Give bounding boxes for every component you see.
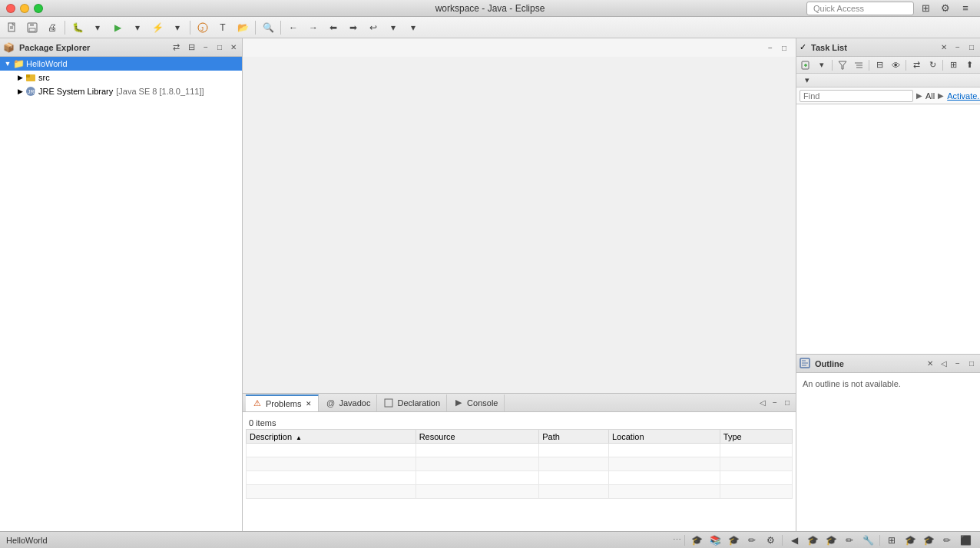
- editor-maximize[interactable]: □: [779, 42, 790, 53]
- nav-dropdown[interactable]: ▾: [384, 19, 402, 36]
- outline-minimize[interactable]: −: [952, 358, 963, 369]
- status-icon-10[interactable]: 🔧: [859, 533, 876, 548]
- status-icon-2[interactable]: 📚: [707, 533, 723, 548]
- task-list-panel: ✓ Task List ✕ − □ ▾ ⊟: [796, 38, 980, 355]
- status-icon-11[interactable]: ⊞: [883, 533, 900, 548]
- next-edit-button[interactable]: →: [304, 19, 323, 36]
- task-table-btn[interactable]: ⊞: [945, 58, 961, 72]
- status-icon-8[interactable]: 🎓: [823, 533, 839, 548]
- outline-back-btn[interactable]: ◁: [939, 358, 949, 369]
- status-icon-7[interactable]: 🎓: [804, 533, 821, 548]
- outline-close-icon[interactable]: ✕: [925, 358, 935, 369]
- perspective-config-button[interactable]: ⚙: [937, 0, 954, 17]
- package-explorer-collapse-icon[interactable]: ⊟: [185, 41, 197, 54]
- task-expand-btn[interactable]: ▾: [800, 74, 815, 87]
- task-list-content: [796, 104, 980, 354]
- external-tools-dropdown[interactable]: ▾: [168, 19, 187, 36]
- minimize-button[interactable]: [20, 4, 29, 13]
- status-icon-14[interactable]: ✏: [939, 533, 955, 548]
- status-icon-9[interactable]: ✏: [841, 533, 858, 548]
- problems-maximize[interactable]: □: [782, 398, 793, 408]
- tab-console[interactable]: ▶ Console: [447, 394, 505, 411]
- save-all-button[interactable]: [23, 19, 41, 36]
- prev-edit2-button[interactable]: ⬅: [324, 19, 343, 36]
- external-tools-button[interactable]: ⚡: [148, 19, 167, 36]
- tree-item-jre[interactable]: ▶ JRE JRE System Library [Java SE 8 [1.8…: [0, 84, 242, 98]
- debug-dropdown[interactable]: ▾: [88, 19, 107, 36]
- task-hide-btn[interactable]: 👁: [888, 58, 903, 72]
- run-dropdown[interactable]: ▾: [128, 19, 147, 36]
- task-activate-link[interactable]: Activate....: [947, 91, 980, 101]
- package-explorer-link-icon[interactable]: ⇄: [170, 41, 182, 54]
- search-button[interactable]: 🔍: [259, 19, 277, 36]
- col-resource[interactable]: Resource: [416, 430, 539, 444]
- col-location[interactable]: Location: [608, 430, 720, 444]
- task-filter-arrow2: ▶: [938, 91, 944, 100]
- close-button[interactable]: [6, 4, 15, 13]
- outline-maximize[interactable]: □: [966, 358, 977, 369]
- task-list-maximize[interactable]: □: [966, 42, 977, 53]
- tab-problems[interactable]: ⚠ Problems ✕: [246, 394, 319, 411]
- tree-item-helloworld[interactable]: ▼ 📁 HelloWorld: [0, 57, 242, 71]
- status-icon-15[interactable]: ⬛: [957, 533, 974, 548]
- status-icon-5[interactable]: ⚙: [762, 533, 779, 548]
- status-dots[interactable]: ⋯: [673, 535, 681, 545]
- package-explorer-minimize[interactable]: −: [200, 42, 211, 53]
- task-collapse-btn[interactable]: ⊟: [872, 58, 887, 72]
- status-icon-6[interactable]: ◀: [786, 533, 803, 548]
- status-icon-4[interactable]: ✏: [743, 533, 760, 548]
- debug-config-button[interactable]: 🐛: [68, 19, 87, 36]
- task-find-input[interactable]: [800, 90, 913, 102]
- quick-access-input[interactable]: Quick Access: [806, 2, 914, 15]
- svg-rect-9: [26, 74, 30, 78]
- run-button[interactable]: ▶: [108, 19, 127, 36]
- problems-back-btn[interactable]: ◁: [757, 398, 768, 408]
- svg-rect-5: [29, 28, 35, 31]
- next-edit2-button[interactable]: ➡: [344, 19, 363, 36]
- col-description[interactable]: Description ▲: [247, 430, 416, 444]
- problems-minimize[interactable]: −: [770, 398, 780, 408]
- fwd-dropdown[interactable]: ▾: [404, 19, 422, 36]
- perspectives-button[interactable]: ⊞: [917, 0, 934, 17]
- col-type[interactable]: Type: [720, 430, 792, 444]
- new-java-button[interactable]: J: [194, 19, 212, 36]
- task-add-btn[interactable]: [798, 58, 813, 72]
- task-refresh-btn[interactable]: ↻: [925, 58, 940, 72]
- task-export-btn[interactable]: ⬆: [962, 58, 977, 72]
- open-type-button[interactable]: T: [214, 19, 232, 36]
- tree-item-src[interactable]: ▶ src: [0, 71, 242, 84]
- status-icon-1[interactable]: 🎓: [688, 533, 705, 548]
- prev-edit-button[interactable]: ←: [284, 19, 303, 36]
- last-edit-button[interactable]: ↩: [364, 19, 382, 36]
- problems-tab-close[interactable]: ✕: [306, 400, 312, 408]
- svg-rect-12: [385, 399, 392, 407]
- jre-icon: JRE: [25, 85, 37, 97]
- bottom-panel-toolbar: ◁ − □: [757, 398, 793, 408]
- status-icon-3[interactable]: 🎓: [725, 533, 742, 548]
- task-filter-btn[interactable]: [835, 58, 850, 72]
- package-explorer-tree: ▼ 📁 HelloWorld ▶ src ▶ JRE JRE System Li…: [0, 57, 242, 531]
- editor-empty-space: [243, 57, 796, 411]
- status-icon-13[interactable]: 🎓: [920, 533, 937, 548]
- new-button[interactable]: [3, 19, 22, 36]
- status-icon-12[interactable]: 🎓: [902, 533, 919, 548]
- traffic-lights[interactable]: [6, 4, 43, 13]
- task-add-dropdown[interactable]: ▾: [814, 58, 829, 72]
- print-button[interactable]: 🖨: [43, 19, 61, 36]
- task-sep4: [942, 60, 943, 71]
- open-resource-button[interactable]: 📂: [233, 19, 252, 36]
- perspective-list-button[interactable]: ≡: [957, 0, 974, 17]
- package-explorer-maximize[interactable]: □: [214, 42, 225, 53]
- problems-tab-label: Problems: [266, 399, 301, 408]
- package-explorer-close[interactable]: ✕: [228, 42, 239, 53]
- task-group-btn[interactable]: [851, 58, 866, 72]
- sep1: [65, 21, 65, 35]
- task-list-minimize[interactable]: −: [952, 42, 963, 53]
- tab-declaration[interactable]: Declaration: [377, 394, 447, 411]
- editor-minimize[interactable]: −: [765, 42, 776, 53]
- col-path[interactable]: Path: [539, 430, 609, 444]
- task-list-close-icon[interactable]: ✕: [939, 42, 949, 53]
- maximize-button[interactable]: [34, 4, 43, 13]
- tab-javadoc[interactable]: @ Javadoc: [319, 394, 377, 411]
- task-sync-btn[interactable]: ⇄: [909, 58, 924, 72]
